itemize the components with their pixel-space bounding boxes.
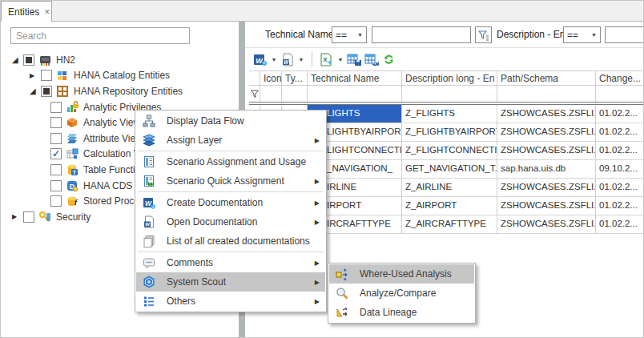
tree-item-hana-catalog-entities[interactable]: ▶ HANA Catalog Entities bbox=[1, 68, 239, 84]
column-header-changed[interactable]: Change... bbox=[596, 70, 644, 86]
menu-item-create-documentation[interactable]: W+ Create Documentation ▶ bbox=[136, 193, 325, 212]
save-table-layout-button[interactable] bbox=[345, 50, 363, 68]
filter-cell[interactable] bbox=[402, 86, 497, 102]
partial-check-mark bbox=[43, 88, 50, 95]
filter-cell[interactable] bbox=[260, 86, 282, 102]
path-schema-cell[interactable]: ZSHOWCASES.ZSFLI... bbox=[497, 197, 596, 215]
submenu-item-where-used-analysis[interactable]: Where-Used Analysis bbox=[329, 264, 474, 284]
tree-item-label: HANA Catalog Entities bbox=[74, 70, 170, 81]
load-table-layout-button[interactable] bbox=[363, 50, 380, 68]
svg-text:+: + bbox=[151, 204, 155, 209]
calculation-views-icon bbox=[66, 147, 79, 160]
column-header-type[interactable]: Ty... bbox=[282, 70, 308, 86]
checkbox[interactable] bbox=[23, 211, 34, 223]
svg-text:W: W bbox=[284, 58, 289, 64]
description-operator-select[interactable]: == ▼ bbox=[563, 26, 601, 43]
menu-item-assign-layer[interactable]: Assign Layer ▶ bbox=[136, 131, 325, 150]
changed-cell[interactable]: 01.02.2... bbox=[596, 215, 644, 234]
menu-item-list-of-all-created-documentations[interactable]: List of all created documentations bbox=[136, 231, 325, 251]
tab-entities[interactable]: Entities × bbox=[1, 1, 52, 22]
column-header-technical-name[interactable]: Technical Name bbox=[308, 70, 402, 86]
description-cell[interactable]: Z_AIRPORT bbox=[402, 197, 497, 215]
column-header-indicator[interactable] bbox=[249, 70, 260, 86]
description-cell[interactable]: Z_FLIGHTCONNECTI... bbox=[402, 142, 497, 160]
description-cell[interactable]: GET_NAVIGATION_T... bbox=[402, 160, 497, 179]
changed-cell[interactable]: 01.02.2... bbox=[596, 179, 644, 197]
changed-cell[interactable]: 01.02.2... bbox=[596, 197, 644, 215]
changed-cell[interactable]: 01.02.2... bbox=[596, 142, 644, 160]
submenu-item-analyze-compare[interactable]: Analyze/Compare bbox=[329, 284, 474, 303]
menu-item-others[interactable]: Others ▶ bbox=[136, 292, 325, 311]
changed-cell[interactable]: 09.10.2... bbox=[596, 160, 644, 179]
search-input[interactable] bbox=[10, 27, 190, 44]
excel-export-button[interactable]: X bbox=[318, 50, 336, 68]
filter-cell[interactable] bbox=[596, 86, 644, 102]
refresh-button[interactable] bbox=[380, 50, 398, 68]
menu-item-label: Scenario Quick Assignment bbox=[167, 175, 284, 187]
chevron-down-icon[interactable]: ▼ bbox=[269, 57, 279, 62]
toolbar-separator bbox=[312, 52, 312, 66]
menu-item-label: Display Data Flow bbox=[167, 115, 244, 127]
menu-item-system-scout[interactable]: System Scout ▶ bbox=[136, 272, 325, 292]
open-documentation-button[interactable]: W bbox=[279, 50, 296, 68]
column-header-path-schema[interactable]: Path/Schema bbox=[497, 70, 596, 86]
menu-item-comments[interactable]: Comments ▶ bbox=[136, 253, 325, 272]
filter-cell[interactable] bbox=[282, 86, 308, 102]
path-schema-cell[interactable]: ZSHOWCASES.ZSFLI... bbox=[497, 105, 596, 123]
chevron-down-icon[interactable]: ▼ bbox=[296, 57, 306, 62]
checkbox[interactable] bbox=[41, 86, 52, 97]
description-cell[interactable]: Z_FLIGHTS bbox=[402, 105, 497, 123]
analytic-privileges-icon bbox=[66, 101, 79, 114]
menu-separator bbox=[138, 251, 324, 252]
tree-item-hana-repository-entities[interactable]: ◢ HANA Repository Entities bbox=[1, 83, 239, 99]
grid-filter-row bbox=[249, 86, 644, 102]
create-documentation-button[interactable]: W+ bbox=[252, 50, 269, 68]
checkbox[interactable] bbox=[50, 164, 62, 175]
submenu-item-data-lineage[interactable]: Data Lineage bbox=[329, 303, 474, 322]
tree-item-label: HANA Repository Entities bbox=[74, 86, 183, 97]
changed-cell[interactable]: 01.02.2... bbox=[596, 105, 644, 123]
column-header-description[interactable]: Description long - En bbox=[402, 70, 497, 86]
check-mark: ✓ bbox=[52, 149, 60, 159]
filter-cell[interactable] bbox=[497, 86, 596, 102]
checkbox[interactable] bbox=[50, 102, 62, 113]
checkbox[interactable]: ✓ bbox=[50, 148, 62, 159]
path-schema-cell[interactable]: ZSHOWCASES.ZSFLI... bbox=[497, 123, 596, 142]
menu-item-open-documentation[interactable]: W Open Documentation ▶ bbox=[136, 212, 325, 231]
filter-settings-button[interactable] bbox=[475, 26, 492, 43]
path-schema-cell[interactable]: ZSHOWCASES.ZSFLI... bbox=[497, 179, 596, 197]
expander-icon[interactable]: ◢ bbox=[12, 55, 23, 64]
path-schema-cell[interactable]: sap.hana.uis.db bbox=[497, 160, 596, 179]
path-schema-cell[interactable]: ZSHOWCASES.ZSFLI... bbox=[497, 215, 596, 234]
expander-icon[interactable]: ◢ bbox=[30, 87, 41, 95]
checkbox[interactable] bbox=[50, 133, 62, 144]
menu-item-display-data-flow[interactable]: Display Data Flow bbox=[136, 111, 325, 131]
svg-text:X: X bbox=[323, 56, 328, 63]
description-cell[interactable]: Z_FLIGHTBYAIRPORT bbox=[402, 123, 497, 142]
menu-item-scenario-quick-assignment[interactable]: Scenario Quick Assignment ▶ bbox=[136, 171, 325, 191]
description-cell[interactable]: Z_AIRLINE bbox=[402, 179, 497, 197]
technical-name-filter-label: Technical Name bbox=[265, 29, 333, 40]
technical-name-filter-input[interactable] bbox=[372, 26, 471, 43]
column-header-icon[interactable]: Icon bbox=[260, 70, 282, 86]
close-icon[interactable]: × bbox=[44, 7, 50, 17]
expander-icon[interactable]: ▶ bbox=[12, 213, 23, 220]
tree-item-hn2[interactable]: ◢ HN2 bbox=[1, 52, 239, 68]
expander-icon[interactable]: ▶ bbox=[30, 72, 41, 79]
filter-cell[interactable] bbox=[308, 86, 402, 102]
menu-item-label: List of all created documentations bbox=[167, 235, 310, 247]
description-cell[interactable]: Z_AIRCRAFTTYPE bbox=[402, 215, 497, 234]
menu-item-scenario-assignment-and-usage[interactable]: Scenario Assignment and Usage bbox=[136, 152, 325, 171]
submenu-item-label: Data Lineage bbox=[360, 307, 417, 318]
path-schema-cell[interactable]: ZSHOWCASES.ZSFLI... bbox=[497, 142, 596, 160]
description-filter-input[interactable] bbox=[605, 26, 644, 43]
checkbox[interactable] bbox=[50, 117, 62, 128]
checkbox[interactable] bbox=[41, 70, 52, 81]
checkbox[interactable] bbox=[50, 180, 62, 191]
technical-name-operator-select[interactable]: == ▼ bbox=[332, 26, 367, 43]
chevron-down-icon[interactable]: ▼ bbox=[336, 57, 345, 62]
changed-cell[interactable]: 01.02.2... bbox=[596, 123, 644, 142]
checkbox[interactable] bbox=[50, 195, 62, 207]
copies-icon bbox=[143, 235, 155, 247]
checkbox[interactable] bbox=[23, 54, 34, 66]
